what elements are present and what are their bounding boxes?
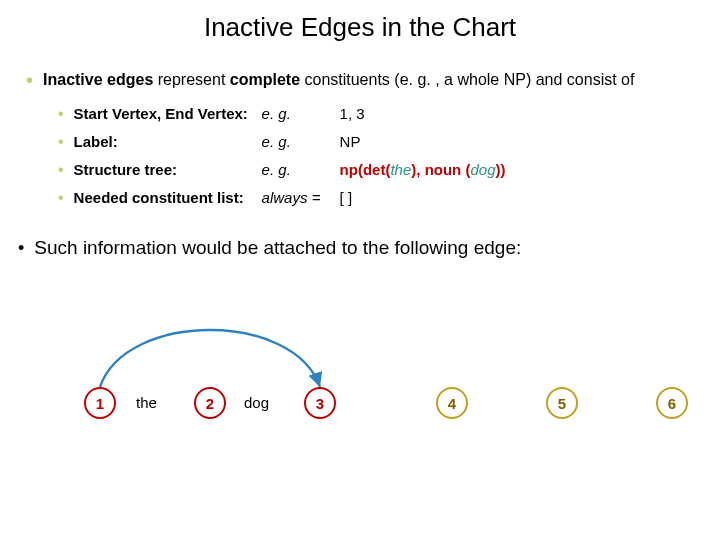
row-eg: e. g.: [262, 161, 340, 178]
intro-text: Inactive edges represent complete consti…: [43, 71, 634, 89]
bullet-dot-icon: •: [58, 105, 64, 123]
vertex-5: 5: [546, 387, 578, 419]
row-label: Structure tree:: [74, 161, 262, 178]
main-bullet: • Inactive edges represent complete cons…: [26, 71, 700, 89]
bullet-dot-icon: •: [18, 237, 24, 259]
sub-bullet-label: • Label: e. g. NP: [58, 133, 700, 151]
tree-dog: dog: [470, 161, 495, 178]
tree-the: the: [390, 161, 411, 178]
word-dog: dog: [244, 394, 269, 411]
row-eg: always =: [262, 189, 340, 206]
intro-mid: represent: [153, 71, 229, 88]
sub-bullet-needed-list: • Needed constituent list: always = [ ]: [58, 189, 700, 207]
tree-post: )): [495, 161, 505, 178]
row-value: np(det(the), noun (dog)): [340, 161, 700, 178]
row-value: 1, 3: [340, 105, 700, 122]
slide-title: Inactive Edges in the Chart: [0, 0, 720, 71]
second-text: Such information would be attached to th…: [34, 237, 521, 259]
row-label: Needed constituent list:: [74, 189, 262, 206]
row-value: [ ]: [340, 189, 700, 206]
bullet-dot-icon: •: [58, 189, 64, 207]
intro-tail: constituents (e. g. , a whole NP) and co…: [300, 71, 634, 88]
edge-diagram: 1 the 2 dog 3 4 5 6: [66, 299, 720, 449]
sub-bullet-structure-tree: • Structure tree: e. g. np(det(the), nou…: [58, 161, 700, 179]
vertex-3: 3: [304, 387, 336, 419]
sub-bullet-vertices: • Start Vertex, End Vertex: e. g. 1, 3: [58, 105, 700, 123]
row-eg: e. g.: [262, 133, 340, 150]
bullet-dot-icon: •: [58, 133, 64, 151]
bullet-dot-icon: •: [26, 71, 33, 89]
intro-bold1: Inactive edges: [43, 71, 153, 88]
tree-np-pre: np(det(: [340, 161, 391, 178]
row-eg: e. g.: [262, 105, 340, 122]
edge-arc-icon: [66, 299, 720, 449]
intro-bold2: complete: [230, 71, 300, 88]
row-value: NP: [340, 133, 700, 150]
second-bullet: • Such information would be attached to …: [18, 237, 700, 259]
row-label: Label:: [74, 133, 262, 150]
row-label: Start Vertex, End Vertex:: [74, 105, 262, 122]
vertex-2: 2: [194, 387, 226, 419]
tree-mid: ), noun (: [411, 161, 470, 178]
content-area: • Inactive edges represent complete cons…: [0, 71, 720, 449]
word-the: the: [136, 394, 157, 411]
vertex-1: 1: [84, 387, 116, 419]
bullet-dot-icon: •: [58, 161, 64, 179]
vertex-6: 6: [656, 387, 688, 419]
vertex-4: 4: [436, 387, 468, 419]
